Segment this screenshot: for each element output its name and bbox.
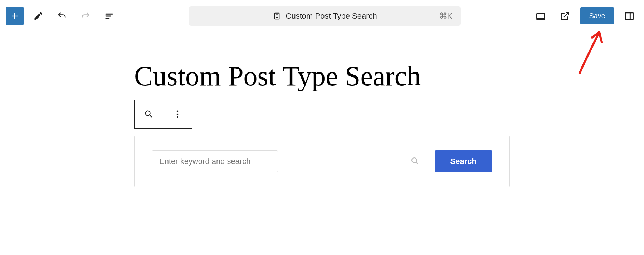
svg-rect-9 [537,14,545,19]
edit-mode-button[interactable] [29,7,47,25]
search-input-wrapper [152,150,425,172]
pencil-icon [33,11,43,21]
settings-panel-button[interactable] [620,7,638,25]
svg-point-16 [177,116,179,118]
search-block[interactable]: Search [134,136,510,187]
svg-rect-12 [626,12,633,19]
more-vertical-icon [172,109,182,119]
undo-icon [57,11,67,21]
save-button[interactable]: Save [580,8,614,24]
svg-point-14 [177,110,179,112]
command-center[interactable]: Custom Post Type Search ⌘K [189,6,461,26]
page-title[interactable]: Custom Post Type Search [134,61,510,91]
document-overview-button[interactable] [100,7,118,25]
external-link-icon [560,11,570,21]
redo-button[interactable] [77,7,94,25]
sidebar-icon [624,11,634,21]
command-center-content: Custom Post Type Search [273,11,377,21]
search-input[interactable] [152,150,278,172]
svg-point-15 [177,113,179,115]
toolbar-left-group [6,7,118,25]
search-submit-button[interactable]: Search [435,150,492,172]
page-icon [273,12,281,20]
svg-point-17 [412,158,417,163]
undo-button[interactable] [53,7,71,25]
svg-line-11 [564,12,569,17]
content-inner: Custom Post Type Search [134,61,510,187]
editor-toolbar: Custom Post Type Search ⌘K Save [0,0,644,32]
editor-canvas: Custom Post Type Search [0,32,644,187]
plus-icon [10,11,20,21]
block-type-button[interactable] [135,100,163,128]
add-block-button[interactable] [6,7,24,25]
desktop-icon [536,11,546,21]
toolbar-right-group: Save [532,7,638,25]
view-button[interactable] [532,7,550,25]
search-icon [144,109,154,119]
command-shortcut: ⌘K [439,11,453,21]
list-icon [104,11,114,21]
block-options-button[interactable] [163,100,192,128]
magnify-icon [410,156,419,165]
redo-icon [80,11,91,21]
command-center-title: Custom Post Type Search [286,11,377,21]
block-toolbar [134,100,192,129]
svg-line-18 [416,162,418,164]
preview-button[interactable] [556,7,574,25]
search-input-icon [410,156,419,166]
